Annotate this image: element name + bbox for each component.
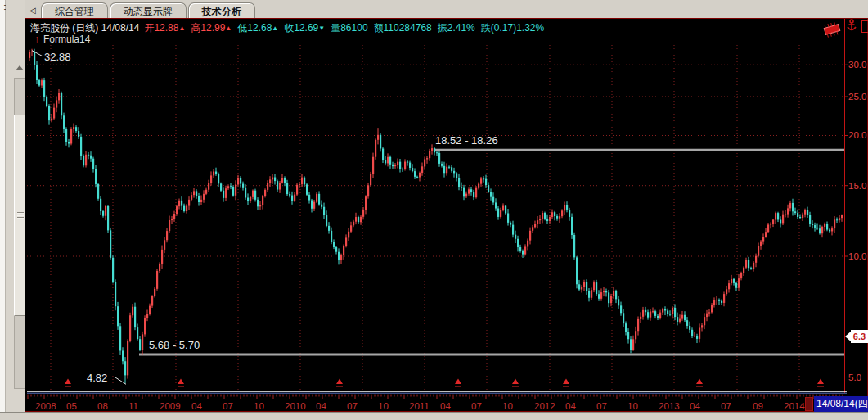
chip-icon[interactable] (820, 20, 844, 38)
tab-label: 技术分析 (202, 6, 241, 17)
info-field: 额110284768 (374, 22, 432, 34)
x-axis-label: 2013 (659, 401, 680, 411)
x-axis-label: 2011 (409, 401, 430, 411)
info-field: 开12.88▲ (144, 22, 185, 34)
up-triangle-icon: ▲ (225, 25, 232, 32)
stock-title: 海亮股份 (日线) 14/08/14 (30, 22, 139, 34)
chart-canvas[interactable]: 18.52 - 18.265.68 - 5.7032.884.8230.025.… (0, 0, 868, 420)
signal-arrow-icon (817, 379, 824, 387)
up-triangle-icon: ▲ (178, 25, 185, 32)
x-axis-label: 11 (128, 401, 138, 411)
x-axis-label: 05 (66, 401, 77, 411)
price-tag: 6.3 (845, 330, 868, 343)
up-triangle-icon: ▲ (272, 25, 278, 32)
x-axis-label: 04 (316, 401, 326, 411)
x-axis-label: 07 (596, 401, 607, 411)
x-axis-label: 04 (191, 401, 202, 411)
lower-band-line (139, 353, 844, 355)
x-axis-label: 08 (97, 401, 108, 411)
candle-series (29, 49, 843, 384)
x-axis-label: 10 (627, 401, 638, 411)
cursor-date-box: 14/08/14(四 (814, 396, 868, 412)
x-axis-label: 2009 (160, 401, 181, 411)
info-field: 收12.69▼ (284, 22, 325, 34)
y-axis-label: 20.0 (848, 130, 866, 140)
formula-name: Formula14 (43, 34, 90, 45)
app-window: ⊐ ✕ ◁ 综合管理 动态显示牌 技术分析 18.52 - 18.265.68 … (0, 0, 868, 420)
x-axis-label: 2014 (784, 401, 805, 411)
y-axis-label: 15.0 (848, 181, 866, 191)
signal-arrow-icon (178, 379, 184, 387)
info-field: 高12.99▲ (191, 22, 232, 34)
tab-technical-analysis[interactable]: 技术分析 (188, 2, 255, 18)
signal-arrow-icon (65, 379, 71, 387)
y-axis-label: 5.0 (848, 373, 861, 382)
signal-arrow-icon (512, 379, 519, 387)
low-callout-line (115, 377, 126, 384)
upper-band-label: 18.52 - 18.26 (435, 134, 498, 147)
x-axis-label: 07 (721, 401, 731, 411)
x-axis-label: 10 (254, 401, 264, 411)
formula-indicator: ↑Formula14 (34, 34, 90, 45)
y-axis-label: 10.0 (848, 251, 866, 261)
info-field: 低12.68▲ (237, 22, 278, 34)
signal-arrow-icon (336, 379, 343, 387)
signal-arrow-icon (563, 379, 569, 387)
high-callout-line (32, 51, 43, 56)
high-callout-label: 32.88 (44, 51, 71, 63)
price-tag-value: 6.3 (851, 330, 868, 343)
y-axis-label: 25.0 (848, 92, 866, 102)
x-axis-label: 07 (223, 401, 233, 411)
up-arrow-icon: ↑ (34, 34, 39, 45)
upper-band-line (434, 149, 844, 151)
partial-button-icon[interactable] (861, 20, 868, 33)
lower-band-label: 5.68 - 5.70 (149, 339, 200, 351)
x-axis-label: 04 (440, 401, 451, 411)
down-triangle-icon: ▼ (318, 25, 325, 32)
x-axis-label: 2010 (285, 401, 306, 411)
x-axis-label: 10 (378, 401, 389, 411)
x-axis-label: 2012 (534, 401, 555, 411)
x-axis-label: 07 (347, 401, 358, 411)
x-axis-label: 04 (565, 401, 576, 411)
signal-arrow-icon (696, 379, 703, 387)
x-axis-label: 2008 (35, 401, 56, 411)
info-field: 振2.41% (438, 22, 475, 34)
info-bar: 海亮股份 (日线) 14/08/14开12.88▲高12.99▲低12.68▲收… (30, 21, 840, 35)
anchor-icon[interactable] (846, 19, 857, 34)
signal-arrow-icon (455, 379, 461, 387)
low-callout-label: 4.82 (87, 372, 107, 384)
info-field: 量86100 (331, 22, 367, 34)
x-axis-label: 10 (502, 401, 513, 411)
x-axis-label: 04 (690, 401, 700, 411)
date-box-icon (805, 397, 813, 411)
y-axis-label: 30.0 (848, 60, 866, 70)
info-field: 跌(0.17)1.32% (481, 22, 544, 34)
x-axis-label: 07 (471, 401, 482, 411)
info-fields: 开12.88▲高12.99▲低12.68▲收12.69▼量86100额11028… (144, 22, 550, 34)
x-axis-label: 09 (753, 401, 763, 411)
